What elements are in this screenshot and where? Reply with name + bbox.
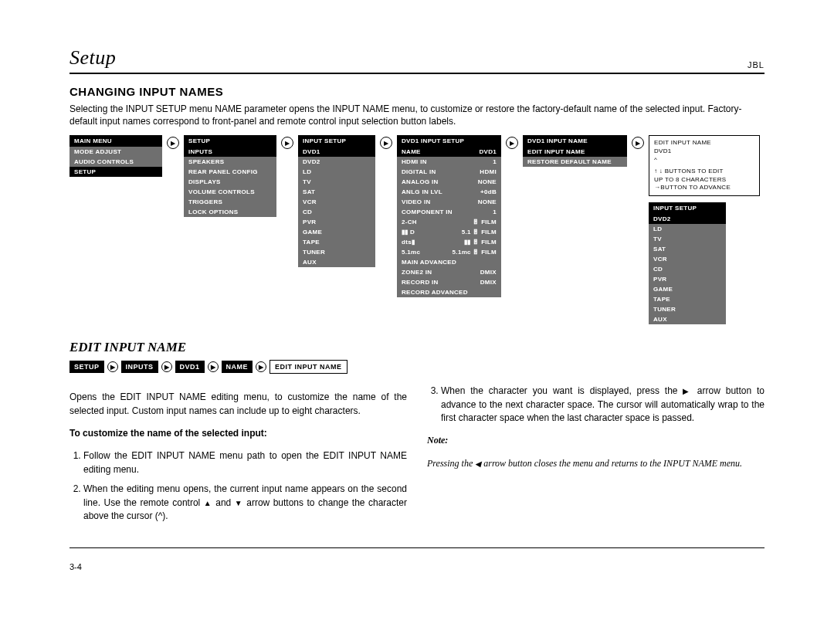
note-body: Pressing the ◀ arrow button closes the m… [427, 457, 764, 470]
page-number: 3-4 [70, 562, 764, 571]
edit-input-name-heading: EDIT INPUT NAME [70, 340, 764, 355]
arrow-right-icon: ▶ [380, 137, 392, 149]
crumb-dvd1: DVD1 [175, 361, 205, 373]
step-3: When the character you want is displayed… [441, 385, 764, 425]
arrow-right-icon: ▶ [161, 361, 172, 372]
step-2: When the editing menu opens, the current… [83, 483, 407, 523]
menu-kv: MAIN ADVANCED [397, 257, 501, 267]
crumb-edit-input-name: EDIT INPUT NAME [270, 360, 348, 374]
menu-item-selected: SETUP [70, 167, 162, 177]
arrow-right-icon: ▶ [167, 137, 179, 149]
menu-item: GAME [649, 284, 726, 294]
menu-dvd1-setup-title: DVD1 INPUT SETUP [397, 135, 501, 147]
arrow-right-icon: ▶ [256, 361, 266, 372]
menu-kv: HDMI IN1 [397, 157, 501, 167]
menu-kv: DIGITAL INHDMI [397, 167, 501, 177]
menu-item-selected: DVD2 [649, 214, 726, 224]
left-p1: Opens the EDIT INPUT NAME editing menu, … [70, 391, 407, 418]
editbox-title: EDIT INPUT NAME [654, 139, 754, 147]
left-column: Opens the EDIT INPUT NAME editing menu, … [70, 381, 407, 530]
menu-item: VCR [649, 254, 726, 264]
menu-item: TAPE [298, 237, 375, 247]
menu-input-setup-title: INPUT SETUP [298, 135, 375, 147]
menu-item: MODE ADJUST [70, 147, 162, 157]
menu-item: TUNER [298, 247, 375, 257]
menu-item: SAT [298, 187, 375, 197]
section-title: Setup [70, 46, 116, 69]
menu-item: AUDIO CONTROLS [70, 157, 162, 167]
editbox-value: DVD1 [654, 147, 754, 156]
editbox-help1: ↑ ↓ BUTTONS TO EDIT [654, 168, 754, 176]
menu-setup: SETUP INPUTS SPEAKERS REAR PANEL CONFIG … [184, 135, 276, 217]
up-triangle-icon: ▲ [204, 499, 212, 507]
menu-item: LOCK OPTIONS [184, 207, 276, 217]
menu-kv: COMPONENT IN1 [397, 207, 501, 217]
menu-item: RESTORE DEFAULT NAME [523, 157, 627, 167]
menu-kv: ANLG IN LVL+0dB [397, 187, 501, 197]
arrow-right-icon: ▶ [632, 137, 644, 149]
menu-item: PVR [298, 217, 375, 227]
menu-kv: ANALOG INNONE [397, 177, 501, 187]
menu-item: AUX [649, 314, 726, 324]
menu-kv: RECORD ADVANCED [397, 287, 501, 297]
menu-item-selected: DVD1 [298, 147, 375, 157]
menu-item: LD [649, 224, 726, 234]
arrow-right-icon: ▶ [107, 361, 118, 372]
menu-input-setup-2: INPUT SETUP DVD2 LD TV SAT VCR CD PVR GA… [649, 202, 726, 324]
menu-item-selected: EDIT INPUT NAME [523, 147, 627, 157]
menu-item: VCR [298, 197, 375, 207]
breadcrumb: SETUP ▶ INPUTS ▶ DVD1 ▶ NAME ▶ EDIT INPU… [70, 360, 764, 374]
top-rule: Setup JBL [70, 46, 764, 74]
menu-item: DISPLAYS [184, 177, 276, 187]
menu-item: SAT [649, 244, 726, 254]
intro-paragraph: Selecting the INPUT SETUP menu NAME para… [70, 103, 764, 127]
changing-heading: CHANGING INPUT NAMES [70, 85, 764, 98]
menu-kv: ZONE2 INDMIX [397, 267, 501, 277]
menu-input-setup-2-title: INPUT SETUP [649, 202, 726, 214]
brand-label: JBL [748, 60, 764, 69]
menu-item: TUNER [649, 304, 726, 314]
menu-item-selected: INPUTS [184, 147, 276, 157]
editbox-cursor: ^ [654, 156, 754, 164]
bottom-rule [70, 547, 764, 548]
menu-item: TRIGGERS [184, 197, 276, 207]
step-1: Follow the EDIT INPUT NAME menu path to … [83, 449, 407, 476]
menu-kv: 5.1mc5.1mc 🎚 FILM [397, 247, 501, 257]
menu-item: CD [649, 264, 726, 274]
menu-kv: 2-CH🎚 FILM [397, 217, 501, 227]
crumb-inputs: INPUTS [121, 361, 158, 373]
menu-input-setup: INPUT SETUP DVD1 DVD2 LD TV SAT VCR CD P… [298, 135, 375, 267]
menu-screenshots-row: MAIN MENU MODE ADJUST AUDIO CONTROLS SET… [70, 135, 764, 324]
right-triangle-icon: ▶ [683, 387, 692, 395]
arrow-right-icon: ▶ [281, 137, 293, 149]
menu-kv: RECORD INDMIX [397, 277, 501, 287]
menu-dvd1-setup: DVD1 INPUT SETUP NAMEDVD1 HDMI IN1 DIGIT… [397, 135, 501, 297]
menu-item: PVR [649, 274, 726, 284]
menu-kv: dts▮▮▮ 🎚 FILM [397, 237, 501, 247]
menu-item: LD [298, 167, 375, 177]
menu-item: AUX [298, 257, 375, 267]
menu-kv-selected: NAMEDVD1 [397, 147, 501, 157]
menu-item: GAME [298, 227, 375, 237]
menu-item: CD [298, 207, 375, 217]
note-heading: Note: [427, 434, 764, 447]
menu-kv: ▮▮ D5.1 🎚 FILM [397, 227, 501, 237]
editbox-help2: UP TO 8 CHARACTERS [654, 176, 754, 185]
crumb-name: NAME [222, 361, 253, 373]
arrow-right-icon: ▶ [208, 361, 219, 372]
menu-main-title: MAIN MENU [70, 135, 162, 147]
right-column: When the character you want is displayed… [427, 381, 764, 530]
menu-main: MAIN MENU MODE ADJUST AUDIO CONTROLS SET… [70, 135, 162, 177]
menu-item: TV [649, 234, 726, 244]
menu-item: DVD2 [298, 157, 375, 167]
menu-item: SPEAKERS [184, 157, 276, 167]
down-triangle-icon: ▼ [235, 499, 243, 507]
menu-item: VOLUME CONTROLS [184, 187, 276, 197]
editbox-help3: →BUTTON TO ADVANCE [654, 184, 754, 192]
menu-dvd1-input-name-title: DVD1 INPUT NAME [523, 135, 627, 147]
edit-input-name-box: EDIT INPUT NAME DVD1 ^ ↑ ↓ BUTTONS TO ED… [649, 135, 760, 196]
left-lead: To customize the name of the selected in… [70, 427, 407, 440]
crumb-setup: SETUP [70, 361, 104, 373]
menu-item: TV [298, 177, 375, 187]
menu-dvd1-input-name: DVD1 INPUT NAME EDIT INPUT NAME RESTORE … [523, 135, 627, 167]
